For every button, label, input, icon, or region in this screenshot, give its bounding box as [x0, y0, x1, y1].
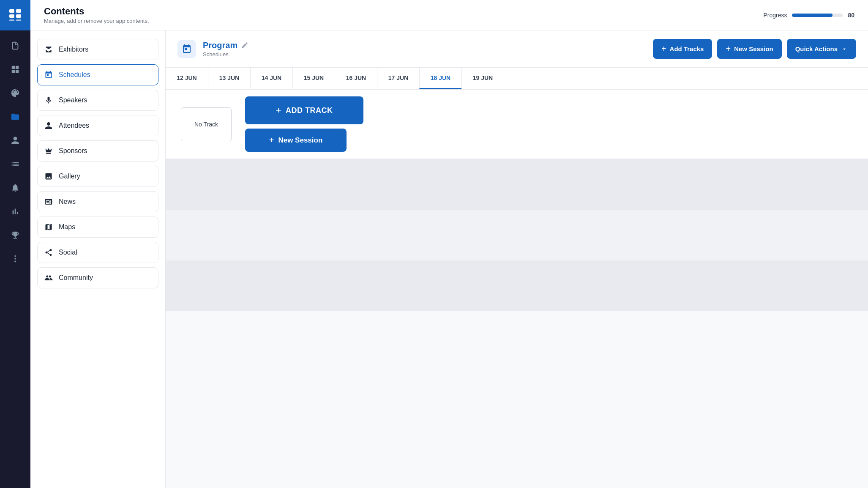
- add-track-button[interactable]: + ADD TRACK: [245, 96, 363, 124]
- empty-band-2: [166, 210, 868, 260]
- bell-nav-icon[interactable]: [5, 178, 25, 198]
- sidebar-item-maps[interactable]: Maps: [37, 217, 158, 238]
- sidebar-item-sponsors-label: Sponsors: [59, 147, 87, 155]
- trophy-nav-icon[interactable]: [5, 225, 25, 245]
- sidebar-item-gallery-label: Gallery: [59, 173, 80, 180]
- progress-value: 80: [848, 12, 854, 19]
- sidebar-item-maps-label: Maps: [59, 223, 75, 231]
- header-text-group: Contents Manage, add or remove your app …: [44, 6, 149, 24]
- program-title-group: Program Schedules: [203, 41, 646, 58]
- calendar-icon: [44, 71, 53, 79]
- list-nav-icon[interactable]: [5, 154, 25, 174]
- date-tab-14jun[interactable]: 14 JUN: [250, 68, 292, 89]
- palette-nav-icon[interactable]: [5, 83, 25, 103]
- quick-actions-button[interactable]: Quick Actions: [787, 39, 856, 59]
- date-tab-13jun[interactable]: 13 JUN: [208, 68, 250, 89]
- new-session-track-label: New Session: [278, 136, 322, 145]
- edit-icon[interactable]: [241, 41, 248, 49]
- community-icon: [44, 274, 53, 282]
- program-header: Program Schedules + Add Tracks + New Ses…: [166, 30, 868, 68]
- main-container: Contents Manage, add or remove your app …: [30, 0, 868, 488]
- svg-point-8: [14, 261, 16, 263]
- document-nav-icon[interactable]: [5, 36, 25, 56]
- svg-point-7: [14, 258, 16, 260]
- program-subtitle: Schedules: [203, 51, 646, 58]
- date-tab-12jun[interactable]: 12 JUN: [166, 68, 208, 89]
- person-nav-icon[interactable]: [5, 130, 25, 151]
- chart-nav-icon[interactable]: [5, 201, 25, 222]
- date-tab-17jun[interactable]: 17 JUN: [377, 68, 419, 89]
- sidebar-item-social[interactable]: Social: [37, 242, 158, 263]
- sidebar-item-gallery[interactable]: Gallery: [37, 166, 158, 187]
- sidebar-item-speakers-label: Speakers: [59, 96, 87, 104]
- progress-section: Progress 80: [763, 12, 854, 19]
- progress-label: Progress: [763, 12, 787, 19]
- news-icon: [44, 197, 53, 206]
- plus-icon-2: +: [726, 44, 731, 54]
- sidebar-item-attendees-label: Attendees: [59, 122, 89, 129]
- folder-nav-icon[interactable]: [5, 107, 25, 127]
- icon-rail: [0, 0, 30, 488]
- program-icon-container: [177, 40, 196, 58]
- svg-rect-4: [9, 19, 14, 21]
- plus-icon: +: [661, 44, 666, 54]
- plus-icon-3: +: [276, 105, 281, 116]
- sidebar-item-news-label: News: [59, 198, 76, 206]
- schedule-content: No Track + ADD TRACK + New Session: [166, 90, 868, 488]
- no-track-label: No Track: [194, 121, 218, 128]
- sidebar-item-schedules-label: Schedules: [59, 71, 90, 79]
- add-track-label: ADD TRACK: [286, 106, 333, 115]
- svg-rect-0: [9, 9, 14, 13]
- date-tab-19jun[interactable]: 19 JUN: [461, 68, 504, 89]
- map-icon: [44, 223, 53, 231]
- sidebar-item-sponsors[interactable]: Sponsors: [37, 140, 158, 162]
- sidebar-item-community[interactable]: Community: [37, 267, 158, 288]
- page-title: Contents: [44, 6, 149, 17]
- date-tabs: 12 JUN 13 JUN 14 JUN 15 JUN 16 JUN 17 JU…: [166, 68, 868, 90]
- svg-rect-2: [9, 14, 14, 18]
- svg-point-6: [14, 255, 16, 257]
- crown-icon: [44, 147, 53, 155]
- date-tab-18jun[interactable]: 18 JUN: [419, 68, 461, 89]
- sidebar-item-exhibitors[interactable]: Exhibitors: [37, 39, 158, 60]
- image-icon: [44, 172, 53, 181]
- sidebar-item-exhibitors-label: Exhibitors: [59, 46, 88, 53]
- main-panel: Program Schedules + Add Tracks + New Ses…: [166, 30, 868, 488]
- sidebar-item-news[interactable]: News: [37, 191, 158, 212]
- new-session-track-button[interactable]: + New Session: [245, 129, 347, 152]
- plus-icon-4: +: [269, 135, 274, 145]
- content-area: Exhibitors Schedules Speakers Attendees …: [30, 30, 868, 488]
- sidebar-item-community-label: Community: [59, 274, 93, 282]
- sidebar-item-speakers[interactable]: Speakers: [37, 90, 158, 111]
- empty-band-3: [166, 260, 868, 311]
- attendees-person-icon: [44, 121, 53, 130]
- chevron-down-icon: [841, 46, 848, 52]
- mic-icon: [44, 96, 53, 104]
- progress-bar-fill: [792, 14, 833, 17]
- new-session-header-button[interactable]: + New Session: [717, 39, 781, 59]
- track-row: No Track + ADD TRACK + New Session: [166, 90, 868, 159]
- svg-rect-5: [16, 19, 21, 21]
- svg-rect-1: [16, 9, 21, 13]
- program-title: Program: [203, 41, 646, 50]
- program-calendar-icon: [182, 44, 192, 54]
- empty-band-1: [166, 159, 868, 210]
- page-subtitle: Manage, add or remove your app contents.: [44, 18, 149, 24]
- date-tab-16jun[interactable]: 16 JUN: [335, 68, 377, 89]
- sidebar-item-attendees[interactable]: Attendees: [37, 115, 158, 136]
- share-icon: [44, 248, 53, 257]
- grid-nav-icon[interactable]: [5, 59, 25, 80]
- sidebar-item-schedules[interactable]: Schedules: [37, 64, 158, 85]
- header-actions: + Add Tracks + New Session Quick Actions: [653, 39, 856, 59]
- app-logo[interactable]: [0, 0, 30, 30]
- sidebar: Exhibitors Schedules Speakers Attendees …: [30, 30, 166, 488]
- progress-bar-background: [792, 14, 843, 17]
- date-tab-15jun[interactable]: 15 JUN: [292, 68, 335, 89]
- add-tracks-button[interactable]: + Add Tracks: [653, 39, 712, 59]
- sidebar-item-social-label: Social: [59, 249, 77, 256]
- top-header: Contents Manage, add or remove your app …: [30, 0, 868, 30]
- more-nav-icon[interactable]: [5, 249, 25, 269]
- store-icon: [44, 45, 53, 54]
- track-actions: + ADD TRACK + New Session: [245, 96, 363, 152]
- no-track-cell: No Track: [181, 107, 232, 141]
